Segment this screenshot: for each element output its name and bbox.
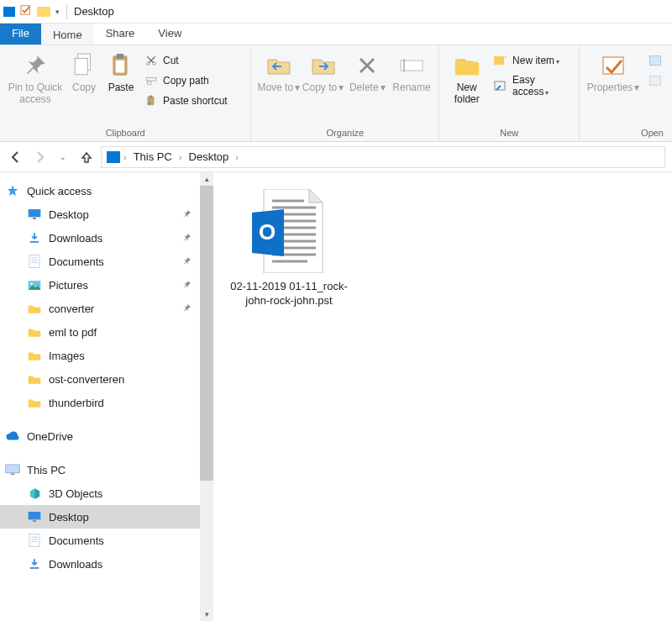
easy-access-button[interactable]: Easy access▾ [489, 72, 574, 99]
file-list[interactable]: O 02-11-2019 01-11_rock-john-rock-john.p… [213, 172, 672, 621]
svg-rect-38 [30, 567, 39, 569]
nav-scrollbar[interactable]: ▴ ▾ [200, 172, 213, 621]
new-folder-icon [454, 52, 480, 79]
nav-item-label: Images [49, 350, 85, 362]
nav-qa-item[interactable]: converter [0, 297, 200, 320]
svg-point-14 [475, 59, 476, 61]
scroll-up-icon[interactable]: ▴ [200, 172, 213, 186]
delete-label: Delete▾ [349, 82, 386, 94]
rename-label: Rename [392, 82, 430, 94]
nav-pc-item[interactable]: 3D Objects [0, 482, 200, 505]
nav-pc-item[interactable]: Downloads [0, 552, 200, 576]
tab-view[interactable]: View [146, 24, 193, 45]
paste-shortcut-icon [144, 94, 158, 108]
outlook-pst-icon: O [252, 189, 326, 273]
nav-item-label: Documents [49, 255, 104, 268]
move-to-button[interactable]: Move to▾ [256, 49, 301, 94]
nav-pc-item[interactable]: Documents [0, 529, 200, 552]
forward-button[interactable] [30, 148, 49, 166]
nav-quick-access-label: Quick access [27, 185, 92, 197]
nav-qa-item[interactable]: Downloads [0, 226, 200, 250]
new-item-button[interactable]: New item▾ [489, 52, 574, 69]
nav-qa-item[interactable]: ost-converteren [0, 367, 200, 391]
ribbon-tabs: File Home Share View [0, 24, 672, 45]
ribbon-group-clipboard: Pin to Quick access Copy Paste Cut [0, 45, 251, 141]
clipboard-caption: Clipboard [5, 126, 245, 141]
app-icon[interactable] [3, 7, 15, 17]
nav-quick-access[interactable]: Quick access [0, 179, 200, 203]
nav-qa-item[interactable]: Documents [0, 250, 200, 273]
title-bar: ▾ Desktop [0, 0, 672, 24]
breadcrumb-desktop[interactable]: Desktop [186, 149, 233, 165]
chevron-right-icon[interactable]: › [123, 152, 127, 162]
monitor-icon [27, 510, 42, 524]
svg-rect-21 [29, 209, 41, 217]
svg-rect-8 [146, 78, 156, 82]
nav-pc-item[interactable]: Desktop [0, 505, 200, 529]
file-item[interactable]: O 02-11-2019 01-11_rock-john-rock-john.p… [230, 189, 348, 308]
rename-button[interactable]: Rename [390, 49, 434, 94]
tab-file[interactable]: File [0, 24, 41, 45]
paste-button[interactable]: Paste [102, 49, 139, 94]
nav-item-label: eml to pdf [49, 326, 97, 339]
cut-button[interactable]: Cut [139, 52, 233, 69]
up-button[interactable] [77, 148, 96, 166]
pin-to-quick-access-button[interactable]: Pin to Quick access [5, 49, 66, 106]
properties-qat-icon[interactable] [20, 4, 32, 18]
cube-icon [27, 487, 42, 500]
nav-this-pc-label: This PC [27, 464, 66, 476]
move-to-label: Move to▾ [257, 82, 300, 94]
ribbon-group-new: New folder New item▾ Easy access▾ New [439, 45, 580, 141]
breadcrumb-this-pc[interactable]: This PC [130, 149, 176, 165]
recent-dropdown[interactable]: ⌄ [54, 148, 72, 166]
svg-rect-34 [29, 534, 39, 547]
qat-dropdown-icon[interactable]: ▾ [55, 8, 60, 16]
svg-rect-16 [494, 56, 504, 65]
chevron-right-icon[interactable]: › [179, 152, 182, 162]
monitor-icon [107, 151, 120, 163]
nav-qa-item[interactable]: thunderbird [0, 391, 200, 414]
nav-qa-item[interactable]: eml to pdf [0, 320, 200, 344]
folder-icon [27, 396, 42, 409]
new-item-icon [494, 54, 507, 67]
paste-shortcut-button[interactable]: Paste shortcut [139, 92, 233, 109]
ribbon-group-open: Properties▾ Open [580, 45, 672, 141]
paste-shortcut-label: Paste shortcut [163, 95, 228, 107]
easy-access-icon [494, 79, 507, 92]
pin-icon [182, 303, 192, 315]
ribbon-group-organize: Move to▾ Copy to▾ Delete▾ Rename Organiz… [251, 45, 439, 141]
scroll-down-icon[interactable]: ▾ [200, 608, 213, 621]
nav-item-label: Downloads [49, 558, 102, 571]
folder-icon [27, 325, 42, 339]
new-folder-button[interactable]: New folder [444, 49, 489, 106]
pc-icon [5, 463, 20, 476]
nav-onedrive[interactable]: OneDrive [0, 424, 200, 448]
tab-share[interactable]: Share [94, 24, 147, 45]
breadcrumb[interactable]: › This PC › Desktop › [101, 146, 665, 168]
pin-icon [182, 279, 192, 292]
nav-item-label: Documents [49, 534, 104, 547]
edit-partial-icon [648, 74, 662, 87]
nav-qa-item[interactable]: Images [0, 344, 200, 367]
nav-this-pc[interactable]: This PC [0, 458, 200, 482]
copy-path-button[interactable]: Copy path [139, 72, 233, 89]
copy-button[interactable]: Copy [66, 49, 102, 94]
edit-partial-button[interactable] [643, 72, 667, 89]
window-title: Desktop [74, 5, 114, 18]
nav-qa-item[interactable]: Pictures [0, 273, 200, 297]
copy-to-button[interactable]: Copy to▾ [301, 49, 345, 94]
nav-qa-item[interactable]: Desktop [0, 203, 200, 226]
rename-icon [398, 52, 425, 79]
svg-rect-20 [649, 76, 661, 86]
svg-rect-4 [117, 54, 124, 58]
new-folder-label: New folder [444, 82, 489, 106]
back-button[interactable] [7, 148, 25, 166]
delete-button[interactable]: Delete▾ [345, 49, 390, 94]
chevron-right-icon[interactable]: › [235, 152, 239, 162]
tab-home[interactable]: Home [41, 24, 94, 45]
pin-icon [182, 255, 192, 268]
folder-qat-icon[interactable] [37, 7, 50, 17]
open-partial-button[interactable] [643, 52, 667, 69]
properties-button[interactable]: Properties▾ [585, 49, 642, 94]
navigation-pane[interactable]: Quick access DesktopDownloadsDocumentsPi… [0, 172, 200, 621]
